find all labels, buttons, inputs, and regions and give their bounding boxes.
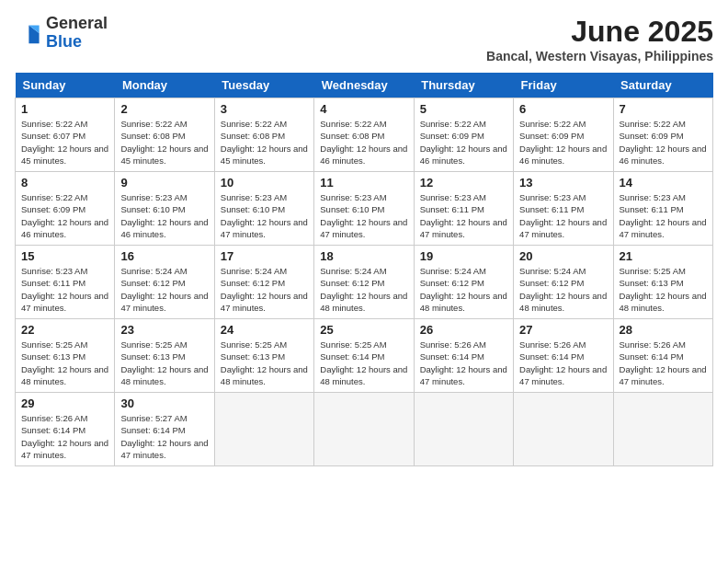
day-cell: 18 Sunrise: 5:24 AMSunset: 6:12 PMDaylig… [314, 246, 414, 319]
day-cell: 11 Sunrise: 5:23 AMSunset: 6:10 PMDaylig… [314, 172, 414, 246]
day-number: 20 [519, 249, 607, 263]
day-info: Sunrise: 5:27 AMSunset: 6:14 PMDaylight:… [120, 413, 208, 460]
logo-blue: Blue [46, 32, 82, 51]
month-title: June 2025 [486, 15, 713, 49]
day-info: Sunrise: 5:22 AMSunset: 6:08 PMDaylight:… [320, 119, 407, 166]
day-cell: 4 Sunrise: 5:22 AMSunset: 6:08 PMDayligh… [314, 98, 414, 172]
day-cell: 25 Sunrise: 5:25 AMSunset: 6:14 PMDaylig… [314, 319, 414, 393]
day-number: 11 [320, 176, 407, 190]
day-info: Sunrise: 5:23 AMSunset: 6:11 PMDaylight:… [620, 192, 707, 239]
day-info: Sunrise: 5:22 AMSunset: 6:09 PMDaylight:… [21, 192, 108, 239]
day-cell [314, 393, 414, 466]
day-info: Sunrise: 5:23 AMSunset: 6:11 PMDaylight:… [519, 192, 607, 239]
day-cell: 21 Sunrise: 5:25 AMSunset: 6:13 PMDaylig… [613, 246, 712, 319]
day-info: Sunrise: 5:23 AMSunset: 6:10 PMDaylight:… [320, 192, 407, 239]
header-saturday: Saturday [613, 73, 712, 98]
day-info: Sunrise: 5:23 AMSunset: 6:10 PMDaylight:… [221, 192, 308, 239]
day-info: Sunrise: 5:25 AMSunset: 6:14 PMDaylight:… [320, 339, 407, 386]
day-cell: 29 Sunrise: 5:26 AMSunset: 6:14 PMDaylig… [16, 393, 115, 466]
day-cell: 7 Sunrise: 5:22 AMSunset: 6:09 PMDayligh… [613, 98, 712, 172]
day-cell: 14 Sunrise: 5:23 AMSunset: 6:11 PMDaylig… [613, 172, 712, 246]
header-friday: Friday [514, 73, 613, 98]
day-info: Sunrise: 5:26 AMSunset: 6:14 PMDaylight:… [620, 339, 707, 386]
day-number: 3 [221, 102, 308, 116]
day-number: 18 [320, 249, 407, 263]
day-number: 29 [21, 396, 108, 410]
day-cell: 26 Sunrise: 5:26 AMSunset: 6:14 PMDaylig… [414, 319, 513, 393]
day-info: Sunrise: 5:22 AMSunset: 6:09 PMDaylight:… [420, 119, 507, 166]
day-number: 30 [120, 396, 208, 410]
day-cell: 16 Sunrise: 5:24 AMSunset: 6:12 PMDaylig… [115, 246, 214, 319]
day-number: 15 [21, 249, 108, 263]
day-number: 4 [320, 102, 407, 116]
day-number: 9 [120, 176, 208, 190]
week-row-2: 8 Sunrise: 5:22 AMSunset: 6:09 PMDayligh… [16, 172, 713, 246]
day-cell: 6 Sunrise: 5:22 AMSunset: 6:09 PMDayligh… [514, 98, 613, 172]
calendar-table: SundayMondayTuesdayWednesdayThursdayFrid… [15, 73, 713, 466]
day-number: 13 [519, 176, 607, 190]
day-info: Sunrise: 5:22 AMSunset: 6:09 PMDaylight:… [519, 119, 607, 166]
day-cell: 27 Sunrise: 5:26 AMSunset: 6:14 PMDaylig… [514, 319, 613, 393]
week-row-3: 15 Sunrise: 5:23 AMSunset: 6:11 PMDaylig… [16, 246, 713, 319]
week-row-4: 22 Sunrise: 5:25 AMSunset: 6:13 PMDaylig… [16, 319, 713, 393]
day-cell [613, 393, 712, 466]
day-number: 17 [221, 249, 308, 263]
day-cell: 5 Sunrise: 5:22 AMSunset: 6:09 PMDayligh… [414, 98, 513, 172]
day-info: Sunrise: 5:22 AMSunset: 6:08 PMDaylight:… [221, 119, 308, 166]
day-cell: 17 Sunrise: 5:24 AMSunset: 6:12 PMDaylig… [214, 246, 313, 319]
location: Bancal, Western Visayas, Philippines [486, 49, 713, 63]
logo: General Blue [15, 15, 108, 52]
day-cell: 15 Sunrise: 5:23 AMSunset: 6:11 PMDaylig… [16, 246, 115, 319]
day-number: 1 [21, 102, 108, 116]
day-info: Sunrise: 5:22 AMSunset: 6:08 PMDaylight:… [120, 119, 208, 166]
day-cell: 22 Sunrise: 5:25 AMSunset: 6:13 PMDaylig… [16, 319, 115, 393]
header-monday: Monday [115, 73, 214, 98]
week-row-1: 1 Sunrise: 5:22 AMSunset: 6:07 PMDayligh… [16, 98, 713, 172]
header-thursday: Thursday [414, 73, 513, 98]
day-number: 24 [221, 323, 308, 337]
header-sunday: Sunday [16, 73, 115, 98]
day-cell: 1 Sunrise: 5:22 AMSunset: 6:07 PMDayligh… [16, 98, 115, 172]
day-number: 6 [519, 102, 607, 116]
day-cell [414, 393, 513, 466]
day-number: 21 [620, 249, 707, 263]
day-number: 2 [120, 102, 208, 116]
day-number: 27 [519, 323, 607, 337]
day-number: 5 [420, 102, 507, 116]
week-row-5: 29 Sunrise: 5:26 AMSunset: 6:14 PMDaylig… [16, 393, 713, 466]
day-number: 28 [620, 323, 707, 337]
day-number: 10 [221, 176, 308, 190]
day-number: 25 [320, 323, 407, 337]
day-cell: 20 Sunrise: 5:24 AMSunset: 6:12 PMDaylig… [514, 246, 613, 319]
header-tuesday: Tuesday [214, 73, 313, 98]
day-info: Sunrise: 5:25 AMSunset: 6:13 PMDaylight:… [120, 339, 208, 386]
header-row: SundayMondayTuesdayWednesdayThursdayFrid… [16, 73, 713, 98]
day-cell: 10 Sunrise: 5:23 AMSunset: 6:10 PMDaylig… [214, 172, 313, 246]
day-cell: 2 Sunrise: 5:22 AMSunset: 6:08 PMDayligh… [115, 98, 214, 172]
day-number: 16 [120, 249, 208, 263]
day-cell: 8 Sunrise: 5:22 AMSunset: 6:09 PMDayligh… [16, 172, 115, 246]
day-cell: 28 Sunrise: 5:26 AMSunset: 6:14 PMDaylig… [613, 319, 712, 393]
day-info: Sunrise: 5:23 AMSunset: 6:10 PMDaylight:… [120, 192, 208, 239]
day-number: 7 [620, 102, 707, 116]
day-cell [214, 393, 313, 466]
day-info: Sunrise: 5:26 AMSunset: 6:14 PMDaylight:… [519, 339, 607, 386]
day-info: Sunrise: 5:26 AMSunset: 6:14 PMDaylight:… [21, 413, 108, 460]
day-number: 12 [420, 176, 507, 190]
day-info: Sunrise: 5:25 AMSunset: 6:13 PMDaylight:… [21, 339, 108, 386]
title-area: June 2025 Bancal, Western Visayas, Phili… [486, 15, 713, 63]
day-info: Sunrise: 5:23 AMSunset: 6:11 PMDaylight:… [21, 266, 108, 313]
day-info: Sunrise: 5:25 AMSunset: 6:13 PMDaylight:… [221, 339, 308, 386]
header-wednesday: Wednesday [314, 73, 414, 98]
day-cell: 3 Sunrise: 5:22 AMSunset: 6:08 PMDayligh… [214, 98, 313, 172]
day-number: 8 [21, 176, 108, 190]
day-info: Sunrise: 5:23 AMSunset: 6:11 PMDaylight:… [420, 192, 507, 239]
day-cell: 9 Sunrise: 5:23 AMSunset: 6:10 PMDayligh… [115, 172, 214, 246]
logo-general: General [46, 14, 108, 32]
day-cell: 24 Sunrise: 5:25 AMSunset: 6:13 PMDaylig… [214, 319, 313, 393]
day-number: 22 [21, 323, 108, 337]
day-number: 19 [420, 249, 507, 263]
day-cell: 23 Sunrise: 5:25 AMSunset: 6:13 PMDaylig… [115, 319, 214, 393]
day-cell: 19 Sunrise: 5:24 AMSunset: 6:12 PMDaylig… [414, 246, 513, 319]
logo-icon [15, 20, 40, 46]
